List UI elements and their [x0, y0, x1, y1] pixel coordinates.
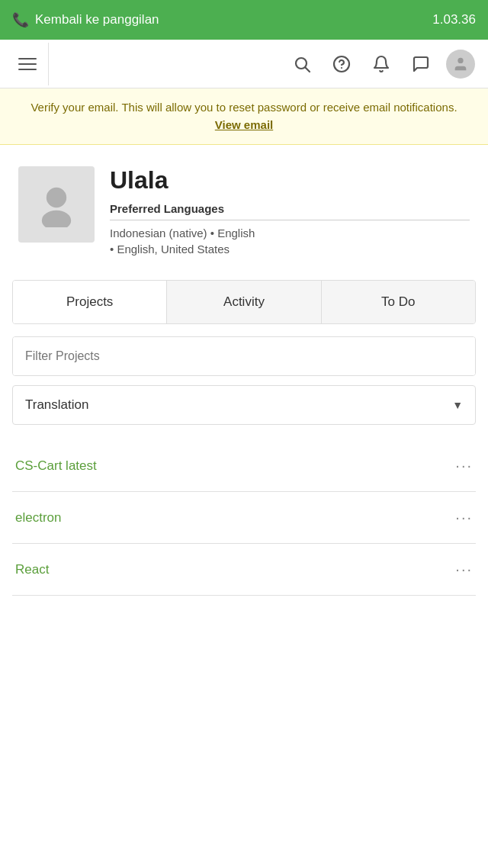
svg-point-5 — [47, 188, 66, 207]
help-icon — [332, 55, 351, 73]
language-item-2: • English, United States — [110, 243, 470, 256]
chevron-down-icon: ▼ — [452, 399, 463, 411]
chat-icon — [412, 55, 430, 73]
profile-section: Ulala Preferred Languages Indonesian (na… — [0, 145, 488, 274]
menu-button[interactable] — [6, 43, 49, 85]
user-icon — [452, 56, 469, 72]
tab-projects[interactable]: Projects — [13, 281, 167, 323]
filter-input-wrapper — [12, 336, 476, 376]
toolbar-icons — [49, 46, 482, 82]
project-more-button[interactable]: ··· — [455, 457, 473, 474]
project-name: React — [15, 562, 49, 577]
back-label: Kembali ke panggilan — [35, 12, 159, 27]
notification-button[interactable] — [363, 46, 400, 82]
banner-message: Verify your email. This will allow you t… — [30, 101, 457, 114]
view-email-link[interactable]: View email — [215, 118, 273, 131]
profile-avatar — [18, 166, 95, 243]
search-icon — [293, 55, 311, 73]
hamburger-icon — [18, 58, 37, 70]
help-button[interactable] — [323, 46, 360, 82]
user-avatar-button[interactable] — [442, 46, 479, 82]
project-name: CS-Cart latest — [15, 458, 97, 474]
search-button[interactable] — [284, 46, 320, 82]
project-list: CS-Cart latest ··· electron ··· React ··… — [12, 440, 476, 596]
svg-point-6 — [42, 211, 71, 227]
svg-point-4 — [458, 57, 463, 63]
avatar — [446, 50, 475, 79]
tab-activity[interactable]: Activity — [167, 281, 321, 323]
language-item-1: Indonesian (native) • English — [110, 227, 470, 240]
tab-todo[interactable]: To Do — [322, 281, 475, 323]
back-button[interactable]: 📞 Kembali ke panggilan — [12, 11, 159, 28]
project-item[interactable]: CS-Cart latest ··· — [12, 440, 476, 492]
toolbar — [0, 40, 488, 88]
preferred-languages-label: Preferred Languages — [110, 202, 470, 215]
category-dropdown[interactable]: Translation ▼ — [12, 385, 476, 425]
project-more-button[interactable]: ··· — [455, 561, 473, 578]
email-verification-banner: Verify your email. This will allow you t… — [0, 88, 488, 145]
avatar-placeholder-icon — [34, 182, 79, 227]
profile-info: Ulala Preferred Languages Indonesian (na… — [110, 166, 470, 259]
filter-projects-input[interactable] — [13, 337, 475, 375]
dropdown-label: Translation — [25, 397, 452, 413]
profile-name: Ulala — [110, 166, 470, 194]
status-time: 1.03.36 — [432, 12, 476, 27]
project-name: electron — [15, 510, 61, 526]
project-more-button[interactable]: ··· — [455, 509, 473, 526]
phone-icon: 📞 — [12, 11, 29, 28]
project-item[interactable]: electron ··· — [12, 492, 476, 544]
tabs-container: Projects Activity To Do — [12, 280, 476, 324]
bell-icon — [372, 55, 390, 73]
divider — [110, 220, 470, 220]
chat-button[interactable] — [403, 46, 439, 82]
project-item[interactable]: React ··· — [12, 544, 476, 596]
top-bar: 📞 Kembali ke panggilan 1.03.36 — [0, 0, 488, 40]
svg-line-1 — [306, 67, 310, 72]
